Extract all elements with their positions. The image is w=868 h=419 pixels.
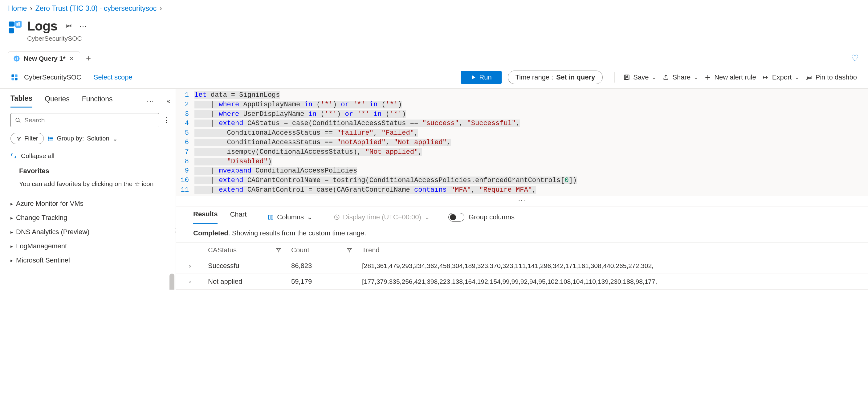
logs-icon — [8, 21, 22, 34]
cell-count: 59,179 — [291, 278, 347, 286]
page-title: Logs — [27, 19, 57, 34]
results-tab-results[interactable]: Results — [193, 210, 218, 224]
table-row[interactable]: ›Not applied59,179[177,379,335,256,421,3… — [176, 274, 868, 290]
separator — [323, 212, 323, 222]
sidebar-more-icon[interactable]: ··· — [147, 97, 154, 105]
svg-rect-19 — [269, 215, 271, 219]
share-button[interactable]: Share ⌄ — [659, 71, 701, 83]
expand-row-icon[interactable]: › — [189, 278, 208, 285]
sidebar-item[interactable]: ▸DNS Analytics (Preview) — [10, 228, 170, 236]
col-count[interactable]: Count — [291, 246, 347, 254]
search-input-wrapper[interactable] — [10, 113, 159, 127]
display-time-label: Display time (UTC+00:00) — [343, 213, 421, 221]
breadcrumb-workbook[interactable]: Zero Trust (TIC 3.0) - cybersecuritysoc — [35, 4, 157, 13]
line-number: 8 — [176, 157, 194, 167]
svg-rect-12 — [15, 78, 17, 80]
add-tab-button[interactable]: ＋ — [85, 53, 92, 63]
scrollbar[interactable] — [169, 273, 175, 289]
sidebar-item[interactable]: ▸Azure Monitor for VMs — [10, 200, 170, 208]
results-tab-chart[interactable]: Chart — [230, 211, 247, 224]
sidebar-tab-queries[interactable]: Queries — [45, 95, 70, 107]
line-number: 1 — [176, 91, 194, 100]
sidebar-tab-functions[interactable]: Functions — [82, 95, 113, 107]
svg-rect-13 — [625, 75, 629, 79]
expand-row-icon[interactable]: › — [189, 262, 208, 269]
code-line[interactable]: | where AppDisplayName in ('*') or '*' i… — [194, 100, 868, 110]
time-range-picker[interactable]: Time range : Set in query — [508, 70, 603, 84]
group-by-dropdown[interactable]: Group by: Solution ⌄ — [48, 135, 117, 142]
pin-icon[interactable] — [65, 22, 72, 31]
code-line[interactable]: let data = SigninLogs — [194, 91, 868, 100]
pin-label: Pin to dashbo — [815, 73, 857, 81]
collapse-all-button[interactable]: Collapse all — [10, 152, 170, 160]
svg-rect-8 — [17, 57, 18, 60]
filter-icon[interactable] — [347, 248, 362, 253]
code-line[interactable]: "Disabled") — [194, 157, 868, 167]
filter-button[interactable]: Filter — [10, 133, 44, 144]
save-label: Save — [633, 73, 649, 81]
new-alert-button[interactable]: New alert rule — [701, 71, 759, 83]
favorites-hint: You can add favorites by clicking on the… — [19, 179, 170, 189]
sidebar-item[interactable]: ▸LogManagement — [10, 242, 170, 250]
page-subtitle: CyberSecuritySOC — [27, 35, 87, 42]
svg-point-18 — [49, 139, 49, 140]
columns-icon — [268, 214, 274, 220]
sidebar-item-label: LogManagement — [16, 242, 67, 250]
separator — [614, 72, 615, 83]
search-more-icon[interactable]: ⋮ — [163, 116, 170, 124]
more-actions-icon[interactable]: ··· — [80, 22, 87, 30]
col-trend[interactable]: Trend — [362, 246, 861, 254]
caret-right-icon: ▸ — [10, 215, 13, 221]
line-number: 5 — [176, 128, 194, 138]
svg-point-6 — [13, 56, 20, 61]
results-status: Completed. Showing results from the cust… — [176, 224, 868, 242]
search-input[interactable] — [24, 117, 155, 124]
code-line[interactable]: ConditionalAccessStatus == "notApplied",… — [194, 138, 868, 148]
line-number: 10 — [176, 176, 194, 186]
run-button-label: Run — [479, 73, 492, 81]
line-number: 3 — [176, 110, 194, 119]
close-icon[interactable]: ✕ — [69, 55, 74, 62]
table-row[interactable]: ›Successful86,823[281,361,479,293,234,36… — [176, 258, 868, 274]
sidebar-item-label: DNS Analytics (Preview) — [16, 228, 89, 236]
caret-right-icon: ▸ — [10, 229, 13, 235]
resize-handle-icon[interactable]: ⋮ — [173, 227, 179, 234]
display-time-dropdown: Display time (UTC+00:00) ⌄ — [334, 213, 430, 221]
query-editor[interactable]: 1let data = SigninLogs2 | where AppDispl… — [176, 89, 868, 196]
svg-rect-20 — [271, 215, 273, 219]
pin-to-dashboard-button[interactable]: Pin to dashbo — [802, 71, 860, 83]
save-button[interactable]: Save ⌄ — [620, 71, 659, 83]
time-range-value: Set in query — [556, 73, 595, 81]
sidebar-item[interactable]: ▸Microsoft Sentinel — [10, 256, 170, 264]
favorite-icon[interactable]: ♡ — [851, 53, 859, 63]
filter-icon[interactable] — [276, 248, 291, 253]
code-line[interactable]: ConditionalAccessStatus == "failure", "F… — [194, 128, 868, 138]
columns-button[interactable]: Columns ⌄ — [268, 213, 312, 221]
group-columns-toggle[interactable] — [448, 213, 464, 222]
new-alert-label: New alert rule — [714, 73, 756, 81]
query-tab[interactable]: New Query 1* ✕ — [8, 52, 80, 65]
time-range-label: Time range : — [516, 73, 553, 81]
run-button[interactable]: Run — [461, 71, 501, 84]
sidebar-tabs: Tables Queries Functions ··· « — [10, 94, 170, 107]
export-button[interactable]: Export ⌄ — [759, 71, 803, 83]
svg-rect-7 — [16, 58, 16, 60]
code-line[interactable]: isempty(ConditionalAccessStatus), "Not a… — [194, 148, 868, 157]
list-icon — [48, 136, 54, 141]
code-line[interactable]: | extend CAGrantControl = case(CAGrantCo… — [194, 186, 868, 195]
sidebar: Tables Queries Functions ··· « ⋮ Filter — [0, 89, 176, 290]
svg-point-16 — [49, 137, 49, 137]
select-scope-link[interactable]: Select scope — [94, 73, 132, 81]
code-line[interactable]: | extend CAGrantControlName = tostring(C… — [194, 176, 868, 186]
code-line[interactable]: | where UserDisplayName in ('*') or '*' … — [194, 110, 868, 119]
cell-trend: [281,361,479,293,234,362,458,304,189,323… — [362, 262, 861, 269]
breadcrumb-home[interactable]: Home — [8, 4, 27, 13]
svg-rect-11 — [11, 78, 14, 80]
col-castatus[interactable]: CAStatus — [208, 246, 276, 254]
code-line[interactable]: | extend CAStatus = case(ConditionalAcce… — [194, 119, 868, 128]
code-line[interactable]: | mvexpand ConditionalAccessPolicies — [194, 166, 868, 176]
sidebar-item[interactable]: ▸Change Tracking — [10, 214, 170, 222]
sidebar-tab-tables[interactable]: Tables — [10, 94, 32, 107]
caret-right-icon: ▸ — [10, 258, 13, 263]
collapse-sidebar-icon[interactable]: « — [167, 97, 170, 104]
